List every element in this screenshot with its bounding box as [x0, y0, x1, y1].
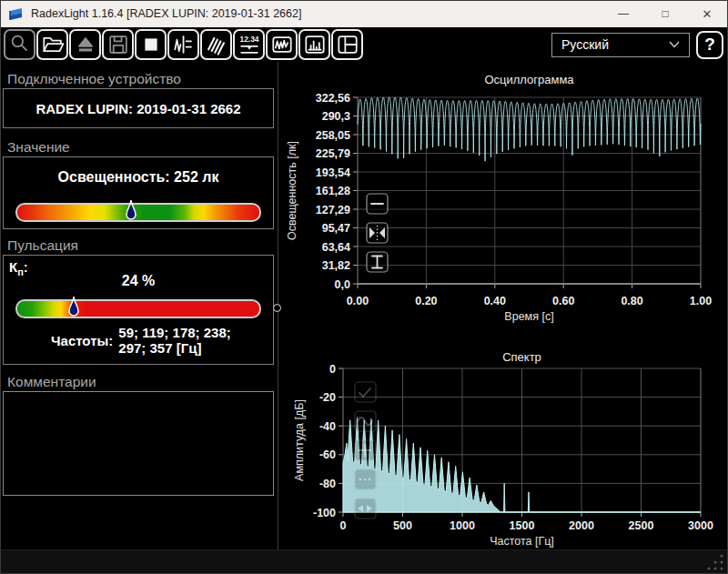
pulsation-section-header: Пульсация [7, 237, 78, 254]
pulsation-hatch-button[interactable] [200, 29, 232, 60]
illuminance-reading: Освещенность: 252 лк [4, 169, 273, 186]
svg-text:Осциллограмма: Осциллограмма [484, 73, 574, 86]
layout-panels-icon [334, 30, 361, 59]
window-title: RadexLight 1.16.4 [RADEX LUPIN: 2019-01-… [31, 7, 301, 20]
svg-text:0,0: 0,0 [335, 278, 350, 291]
svg-text:-20: -20 [319, 391, 336, 404]
pulsation-scale-bar [15, 299, 261, 318]
oscillogram-chart: Осциллограмма322,56290,3258,05225,79193,… [286, 73, 712, 323]
charts-canvas: Осциллограмма322,56290,3258,05225,79193,… [278, 62, 728, 550]
open-folder-button[interactable] [36, 29, 68, 60]
chevron-down-icon [669, 41, 680, 48]
device-box: RADEX LUPIN: 2019-01-31 2662 [3, 88, 274, 128]
eject-button[interactable] [69, 29, 101, 60]
help-button[interactable]: ? [696, 31, 723, 59]
svg-text:-40: -40 [319, 420, 336, 433]
svg-text:63,64: 63,64 [322, 241, 350, 254]
statusbar [0, 549, 728, 574]
svg-text:Частота [Гц]: Частота [Гц] [490, 535, 554, 548]
zoom-button[interactable] [4, 29, 35, 60]
stop-button[interactable] [135, 29, 167, 60]
fit-vertical-tool-button[interactable] [367, 252, 388, 272]
collapse-vertical-tool-button[interactable] [367, 194, 388, 214]
comments-section-header: Комментарии [7, 374, 96, 390]
kp-value: 24 % [4, 273, 273, 289]
pan-dots-tool-button[interactable] [355, 469, 376, 489]
frequencies-row: Частоты: 59; 119; 178; 238; 297; 357 [Гц… [51, 325, 269, 356]
save-button[interactable] [102, 29, 134, 60]
svg-text:Время [с]: Время [с] [504, 310, 553, 323]
minimize-button[interactable]: — [602, 7, 644, 20]
svg-text:161,28: 161,28 [316, 185, 350, 197]
svg-text:258,05: 258,05 [316, 129, 350, 142]
oscillogram-button[interactable] [266, 29, 298, 60]
spectrum-bars-button[interactable] [298, 29, 330, 60]
language-value: Русский [561, 37, 609, 52]
measure-cursor-button[interactable] [167, 29, 199, 60]
svg-text:1000: 1000 [450, 519, 475, 532]
svg-text:Амплитуда [дБ]: Амплитуда [дБ] [293, 399, 306, 481]
resize-grip-icon[interactable] [703, 550, 725, 572]
comments-input[interactable] [3, 391, 274, 496]
wave-tool-button[interactable] [355, 411, 376, 431]
layout-panels-button[interactable] [331, 29, 363, 60]
open-folder-icon [39, 30, 66, 59]
pulsation-box: Кп: 24 % Частоты: 59; 119; 178; 238; 297… [3, 255, 274, 365]
numeric-display-icon: 12.34 [236, 30, 263, 59]
frequencies-value: 59; 119; 178; 238; 297; 357 [Гц] [118, 325, 230, 356]
splitter-handle-icon[interactable] [273, 304, 281, 312]
device-value: RADEX LUPIN: 2019-01-31 2662 [4, 89, 273, 127]
spectrum-bars-icon [301, 30, 329, 59]
close-button[interactable]: ✕ [686, 7, 728, 21]
language-select[interactable]: Русский [551, 33, 690, 57]
svg-text:Освещенность [лк]: Освещенность [лк] [286, 141, 298, 240]
svg-text:Спектр: Спектр [502, 350, 541, 364]
svg-text:225,79: 225,79 [316, 147, 350, 160]
svg-text:0: 0 [329, 363, 336, 376]
confirm-check-tool-button[interactable] [355, 382, 376, 402]
spectrum-chart: Спектр0-20-40-60-80-10005001000150020002… [293, 350, 713, 548]
svg-text:0.80: 0.80 [621, 295, 642, 307]
svg-text:95,47: 95,47 [322, 222, 350, 235]
value-section-header: Значение [7, 139, 70, 156]
svg-text:-80: -80 [319, 478, 336, 490]
svg-text:500: 500 [393, 519, 412, 532]
illuminance-scale-bar [15, 203, 261, 222]
svg-text:0.00: 0.00 [347, 295, 369, 307]
main-area: Подключенное устройство RADEX LUPIN: 201… [0, 62, 728, 550]
save-icon [105, 30, 132, 59]
app-icon [8, 6, 25, 21]
svg-text:2500: 2500 [629, 519, 654, 532]
pulsation-hatch-icon [203, 30, 230, 59]
stop-icon [137, 30, 165, 59]
split-arrows-tool-button[interactable] [355, 498, 376, 519]
svg-text:3000: 3000 [688, 519, 713, 532]
oscillogram-waveform [358, 97, 701, 161]
svg-text:0.20: 0.20 [415, 295, 437, 307]
svg-text:0.40: 0.40 [484, 295, 506, 307]
svg-text:193,54: 193,54 [316, 166, 350, 179]
frequencies-label: Частоты: [51, 333, 113, 348]
center-horizontal-tool-button[interactable] [367, 223, 388, 243]
svg-text:2000: 2000 [569, 519, 594, 532]
oscillogram-icon [268, 30, 296, 59]
svg-text:0.60: 0.60 [552, 295, 574, 307]
measure-cursor-icon [170, 30, 197, 59]
svg-text:1.00: 1.00 [690, 295, 712, 307]
eject-icon [72, 30, 99, 59]
titlebar: RadexLight 1.16.4 [RADEX LUPIN: 2019-01-… [0, 0, 728, 27]
svg-text:290,3: 290,3 [322, 110, 350, 123]
device-section-header: Подключенное устройство [7, 71, 181, 87]
toolbar: 12.34 Русский ? [0, 27, 728, 62]
zoom-plus-tool-button[interactable] [355, 440, 376, 460]
maximize-button[interactable]: □ [644, 7, 686, 20]
level-marker-icon [126, 199, 136, 223]
svg-text:-60: -60 [319, 448, 336, 461]
svg-text:1500: 1500 [510, 519, 535, 532]
svg-text:12.34: 12.34 [239, 35, 258, 44]
level-marker-icon [68, 296, 79, 319]
value-box: Освещенность: 252 лк [3, 156, 274, 229]
svg-text:127,29: 127,29 [316, 204, 350, 217]
numeric-display-button[interactable]: 12.34 [233, 29, 265, 60]
svg-text:31,82: 31,82 [322, 259, 350, 272]
